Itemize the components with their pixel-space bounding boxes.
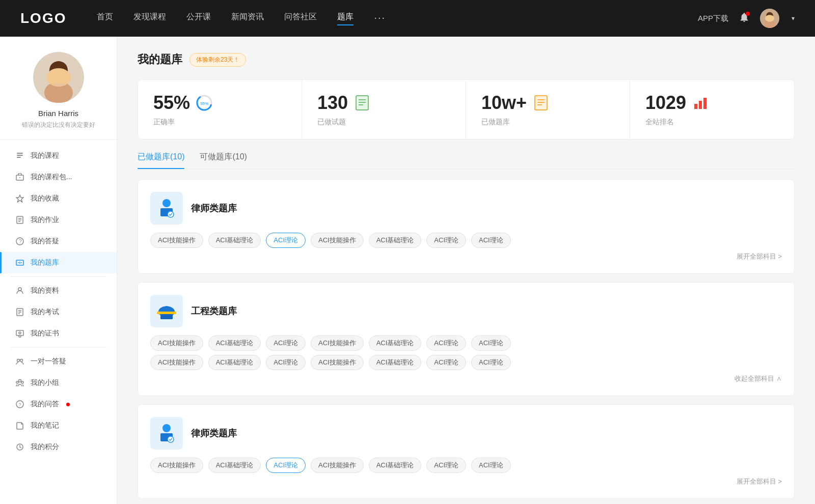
doc-list-icon (354, 95, 370, 111)
sidebar-item-my-notes[interactable]: 我的笔记 (0, 415, 117, 436)
bank-tag[interactable]: ACI基础理论 (208, 355, 261, 370)
sidebar-label: 我的作业 (31, 215, 59, 225)
svg-rect-58 (703, 98, 707, 109)
bank-tag[interactable]: ACI技能操作 (311, 335, 364, 351)
svg-rect-52 (535, 96, 547, 110)
bank-tag[interactable]: ACI理论 (266, 335, 306, 351)
sidebar-item-my-questions[interactable]: ? 我的答疑 (0, 231, 117, 252)
doc-orange-icon (533, 95, 549, 111)
bank-tag[interactable]: ACI技能操作 (150, 233, 203, 248)
stat-top: 130 (317, 92, 450, 114)
bank-card-lawyer-2: 律师类题库 ACI技能操作 ACI基础理论 ACI理论 ACI技能操作 ACI基… (138, 404, 795, 499)
sidebar-item-my-cert[interactable]: 我的证书 (0, 323, 117, 344)
exam-icon (15, 307, 24, 317)
navbar: LOGO 首页 发现课程 公开课 新闻资讯 问答社区 题库 ··· APP下载 (0, 0, 815, 37)
bank-2-tags-row1: ACI技能操作 ACI基础理论 ACI理论 ACI技能操作 ACI基础理论 AC… (150, 335, 782, 351)
svg-text:55%: 55% (200, 101, 208, 106)
sidebar-item-my-homework[interactable]: 我的作业 (0, 209, 117, 231)
sidebar-item-my-favorites[interactable]: 我的收藏 (0, 188, 117, 209)
bank-card-header: 工程类题库 (150, 295, 782, 327)
bank-tag[interactable]: ACI基础理论 (208, 233, 261, 248)
nav-qa[interactable]: 问答社区 (284, 12, 317, 25)
bar-chart-icon (692, 95, 709, 111)
answers-icon: ? (15, 400, 24, 409)
nav-links: 首页 发现课程 公开课 新闻资讯 问答社区 题库 ··· (97, 12, 698, 25)
sidebar-label: 我的课程 (31, 151, 59, 160)
bank-card-header: 律师类题库 (150, 192, 782, 225)
bank-tag[interactable]: ACI理论 (426, 458, 466, 473)
nav-bank[interactable]: 题库 (337, 12, 354, 25)
sidebar-label: 一对一答疑 (31, 357, 66, 366)
bank-tag[interactable]: ACI基础理论 (369, 458, 422, 473)
expand-link[interactable]: 展开全部科目 > (150, 252, 782, 261)
bank-tag[interactable]: ACI理论 (471, 335, 511, 351)
svg-point-4 (765, 15, 774, 22)
sidebar-item-my-points[interactable]: 我的积分 (0, 436, 117, 458)
bank-tag[interactable]: ACI理论 (471, 458, 511, 473)
nav-open-course[interactable]: 公开课 (186, 12, 211, 25)
bank-tag[interactable]: ACI理论 (266, 355, 306, 370)
tab-available-banks[interactable]: 可做题库(10) (200, 152, 247, 169)
nav-discover[interactable]: 发现课程 (133, 12, 166, 25)
bank-tag[interactable]: ACI基础理论 (208, 458, 261, 473)
stat-accuracy: 55% 55% 正确率 (138, 80, 302, 139)
bank-tag[interactable]: ACI基础理论 (369, 233, 422, 248)
svg-rect-31 (16, 330, 23, 335)
user-dropdown-icon[interactable]: ▾ (792, 15, 795, 22)
bank-tag[interactable]: ACI理论 (426, 355, 466, 370)
nav-right: APP下载 ▾ (698, 9, 795, 28)
collapse-link[interactable]: 收起全部科目 ∧ (150, 374, 782, 383)
bank-tag[interactable]: ACI理论 (471, 355, 511, 370)
svg-point-40 (21, 381, 23, 383)
bank-tag[interactable]: ACI基础理论 (369, 355, 422, 370)
bank-tag[interactable]: ACI技能操作 (150, 458, 203, 473)
svg-text:?: ? (19, 239, 22, 244)
sidebar-item-my-exams[interactable]: 我的考试 (0, 301, 117, 323)
sidebar-item-my-profile[interactable]: 我的资料 (0, 280, 117, 301)
bank-card-engineer: 工程类题库 ACI技能操作 ACI基础理论 ACI理论 ACI技能操作 ACI基… (138, 282, 795, 396)
sidebar-item-my-bank[interactable]: 我的题库 (0, 252, 117, 273)
bank-tag[interactable]: ACI技能操作 (311, 458, 364, 473)
bank-tag-active[interactable]: ACI理论 (266, 458, 306, 473)
bank-tag[interactable]: ACI基础理论 (208, 335, 261, 351)
bank-title: 工程类题库 (191, 305, 237, 317)
sidebar-label: 我的考试 (31, 307, 59, 317)
nav-home[interactable]: 首页 (97, 12, 113, 25)
bank-tag[interactable]: ACI基础理论 (369, 335, 422, 351)
svg-point-65 (162, 424, 171, 432)
bank-tag[interactable]: ACI技能操作 (311, 233, 364, 248)
notification-bell[interactable] (739, 12, 750, 25)
bank-tag[interactable]: ACI技能操作 (150, 335, 203, 351)
lawyer-bank-icon-2 (150, 417, 183, 450)
bank-tag[interactable]: ACI技能操作 (150, 355, 203, 370)
sidebar-label: 我的题库 (31, 258, 59, 267)
user-avatar[interactable] (760, 9, 779, 28)
svg-point-59 (162, 199, 171, 207)
svg-text:?: ? (19, 402, 21, 407)
expand-link-2[interactable]: 展开全部科目 > (150, 477, 782, 486)
app-download-button[interactable]: APP下载 (698, 14, 728, 23)
stat-label: 正确率 (153, 118, 286, 127)
sidebar-menu: 我的课程 我的课程包... 我的收藏 我的作业 (0, 140, 117, 463)
stat-value: 10w+ (481, 92, 527, 114)
sidebar-item-my-group[interactable]: 我的小组 (0, 372, 117, 394)
sidebar-item-my-answers[interactable]: ? 我的问答 (0, 394, 117, 415)
sidebar-label: 我的问答 (31, 400, 59, 409)
bank-tag[interactable]: ACI理论 (471, 233, 511, 248)
bank-tag[interactable]: ACI理论 (426, 335, 466, 351)
bank-tag-active[interactable]: ACI理论 (266, 233, 306, 248)
stats-row: 55% 55% 正确率 130 (138, 79, 795, 139)
nav-news[interactable]: 新闻资讯 (231, 12, 264, 25)
tabs-row: 已做题库(10) 可做题库(10) (138, 152, 795, 169)
sidebar-label: 我的答疑 (31, 237, 59, 246)
nav-more[interactable]: ··· (374, 12, 386, 25)
bank-tag[interactable]: ACI技能操作 (311, 355, 364, 370)
sidebar-item-one-on-one[interactable]: 一对一答疑 (0, 351, 117, 372)
sidebar-item-my-packages[interactable]: 我的课程包... (0, 166, 117, 188)
sidebar-item-my-courses[interactable]: 我的课程 (0, 145, 117, 166)
bank-card-header: 律师类题库 (150, 417, 782, 450)
bank-tag[interactable]: ACI理论 (426, 233, 466, 248)
notes-icon (15, 421, 24, 430)
tab-done-banks[interactable]: 已做题库(10) (138, 152, 184, 169)
stat-label: 已做题库 (481, 118, 614, 127)
